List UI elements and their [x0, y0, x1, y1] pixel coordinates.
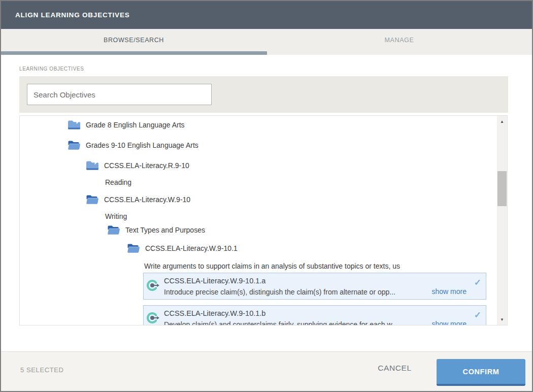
objective-code: CCSS.ELA-Literacy.W.9-10.1.b — [164, 309, 265, 317]
tree-item-label: CCSS.ELA-Literacy.W.9-10.1 — [145, 244, 238, 252]
search-objectives-input[interactable] — [27, 84, 212, 105]
check-icon: ✓ — [474, 310, 481, 320]
tree-item-label: Grade 8 English Language Arts — [86, 121, 185, 129]
align-objective-icon — [146, 278, 160, 292]
tree-item-grades9-10[interactable]: Grades 9-10 English Language Arts — [68, 140, 198, 151]
show-more-link[interactable]: show more — [432, 287, 467, 296]
confirm-button[interactable]: CONFIRM — [437, 359, 525, 386]
learning-objectives-label: LEARNING OBJECTIVES — [19, 66, 84, 72]
folder-closed-icon — [68, 120, 80, 130]
tab-manage-label: MANAGE — [385, 37, 414, 44]
tab-browse-search-label: BROWSE/SEARCH — [104, 37, 164, 44]
tree-item-label: Reading — [105, 178, 131, 186]
show-more-link[interactable]: show more — [432, 320, 467, 325]
cancel-button[interactable]: CANCEL — [371, 364, 419, 373]
align-learning-objectives-dialog: ALIGN LEARNING OBJECTIVES BROWSE/SEARCH … — [0, 0, 533, 392]
objective-card-w-9-10-1a[interactable]: CCSS.ELA-Literacy.W.9-10.1.a Introduce p… — [143, 273, 486, 300]
objectives-tree-panel: Grade 8 English Language Arts Grades 9-1… — [19, 115, 508, 325]
selected-count: 5 SELECTED — [20, 366, 63, 374]
search-panel — [19, 76, 508, 113]
tree-item-writing: Writing — [105, 211, 127, 222]
folder-open-icon — [127, 243, 140, 253]
dialog-titlebar: ALIGN LEARNING OBJECTIVES — [1, 1, 532, 29]
align-objective-icon — [146, 311, 160, 325]
folder-closed-icon — [86, 160, 98, 171]
scrollbar-thumb[interactable] — [497, 171, 507, 206]
tree-item-reading: Reading — [105, 177, 131, 188]
check-icon: ✓ — [474, 277, 481, 288]
objective-card-w-9-10-1b[interactable]: CCSS.ELA-Literacy.W.9-10.1.b Develop cla… — [143, 305, 486, 325]
tree-item-label: Text Types and Purposes — [125, 226, 205, 234]
tree-item-label: Writing — [105, 212, 127, 220]
dialog-footer: 5 SELECTED CANCEL CONFIRM — [1, 351, 532, 391]
scroll-up-icon[interactable]: ▲ — [497, 117, 507, 126]
folder-open-icon — [108, 225, 120, 235]
dialog-title: ALIGN LEARNING OBJECTIVES — [15, 11, 130, 19]
tab-browse-search[interactable]: BROWSE/SEARCH — [1, 29, 266, 51]
tab-manage[interactable]: MANAGE — [266, 29, 532, 51]
scrollbar[interactable]: ▲ ▼ — [497, 116, 507, 325]
scroll-down-icon[interactable]: ▼ — [497, 315, 507, 324]
tree-item-label: CCSS.ELA-Literacy.W.9-10 — [104, 195, 190, 204]
tree-item-write-arguments-desc: Write arguments to support claims in an … — [144, 260, 400, 272]
objective-description: Introduce precise claim(s), distinguish … — [164, 288, 395, 296]
tree-item-text-types[interactable]: Text Types and Purposes — [108, 224, 205, 236]
tree-item-label: Write arguments to support claims in an … — [144, 262, 400, 270]
objective-description: Develop claim(s) and counterclaims fairl… — [164, 320, 397, 325]
folder-open-icon — [86, 194, 98, 205]
tree-item-label: CCSS.ELA-Literacy.R.9-10 — [104, 161, 189, 170]
tree-item-ccss-w-9-10-1[interactable]: CCSS.ELA-Literacy.W.9-10.1 — [127, 243, 238, 254]
objective-code: CCSS.ELA-Literacy.W.9-10.1.a — [164, 277, 265, 285]
tree-item-ccss-w-9-10[interactable]: CCSS.ELA-Literacy.W.9-10 — [86, 194, 190, 205]
tree-item-ccss-r-9-10[interactable]: CCSS.ELA-Literacy.R.9-10 — [86, 160, 189, 171]
tab-bar: BROWSE/SEARCH MANAGE — [1, 29, 532, 55]
folder-open-icon — [68, 140, 80, 150]
active-tab-indicator — [1, 51, 267, 55]
tree-item-grade8[interactable]: Grade 8 English Language Arts — [68, 119, 185, 130]
tree-item-label: Grades 9-10 English Language Arts — [86, 141, 198, 149]
